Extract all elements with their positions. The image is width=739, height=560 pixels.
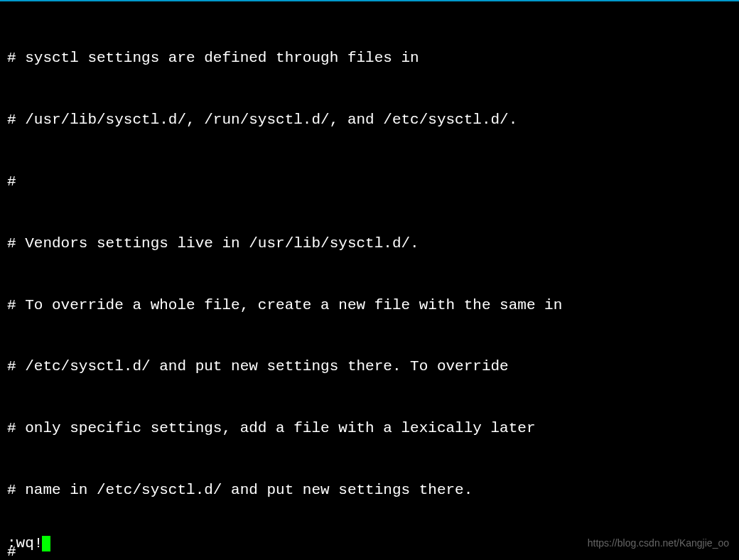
file-line: # Vendors settings live in /usr/lib/sysc… — [7, 234, 732, 254]
file-line: # only specific settings, add a file wit… — [7, 419, 732, 439]
file-line: # /usr/lib/sysctl.d/, /run/sysctl.d/, an… — [7, 110, 732, 131]
vim-command-line[interactable]: :wq! — [7, 535, 50, 551]
file-line: # — [7, 172, 732, 193]
file-line: # sysctl settings are defined through fi… — [7, 48, 732, 69]
file-line: # To override a whole file, create a new… — [7, 296, 732, 316]
vim-command-text: :wq! — [7, 535, 43, 551]
watermark-text: https://blog.csdn.net/Kangjie_oo — [588, 537, 729, 549]
terminal-editor[interactable]: # sysctl settings are defined through fi… — [0, 1, 739, 560]
file-line: # /etc/sysctl.d/ and put new settings th… — [7, 357, 732, 377]
cursor-icon — [42, 536, 50, 551]
file-line: # name in /etc/sysctl.d/ and put new set… — [7, 480, 732, 501]
